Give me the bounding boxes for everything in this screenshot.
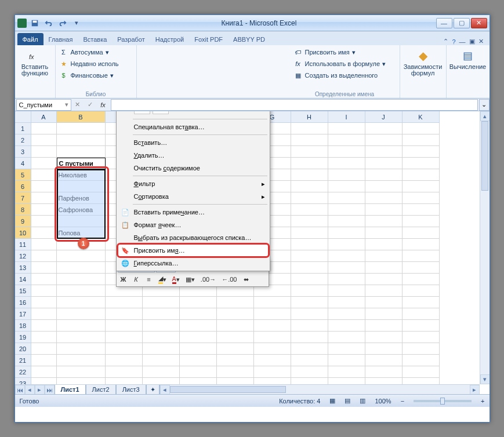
row-header-6[interactable]: 6 [15,181,31,192]
ctx-comment[interactable]: 📄Вставить примечание… [118,206,269,218]
paste-option-2[interactable] [153,111,169,114]
zoom-thumb[interactable] [440,398,445,405]
sheet-nav-prev[interactable]: ◂ [25,385,35,394]
col-header-H[interactable]: H [291,111,328,123]
sheet-nav-next[interactable]: ▸ [35,385,45,394]
cell-B5[interactable]: Николаев [57,169,106,181]
col-header-I[interactable]: I [328,111,365,123]
view-pagebreak-button[interactable]: ▥ [360,397,365,405]
row-header-9[interactable]: 9 [15,216,31,227]
cell-B7[interactable]: Парфенов [57,192,106,204]
save-button[interactable] [29,17,41,29]
row-header-19[interactable]: 19 [15,332,31,343]
insert-function-button[interactable]: fx Вставить функцию [19,46,52,79]
row-header-16[interactable]: 16 [15,297,31,308]
define-name-button[interactable]: 🏷Присвоить имя ▾ [293,46,396,58]
minimize-button[interactable]: — [436,18,452,28]
scroll-right-button[interactable]: ▸ [470,385,480,394]
sheet-nav-first[interactable]: ⏮ [15,385,25,394]
financial-button[interactable]: $Финансовые ▾ [59,70,133,81]
hscroll-thumb[interactable] [170,386,286,393]
row-header-4[interactable]: 4 [15,158,31,169]
row-header-15[interactable]: 15 [15,285,31,297]
view-layout-button[interactable]: ▤ [345,397,350,405]
row-header-13[interactable]: 13 [15,262,31,274]
zoom-level[interactable]: 100% [375,398,391,405]
chevron-down-icon[interactable]: ▾ [65,101,68,108]
expand-formula-bar[interactable]: ⌄ [479,99,490,111]
ctx-insert[interactable]: Вставить… [118,136,269,149]
tab-file[interactable]: Файл [17,33,43,45]
tab-foxit[interactable]: Foxit PDF [189,33,228,45]
tab-home[interactable]: Главная [43,33,78,45]
paste-option-1[interactable] [134,111,150,114]
new-sheet-button[interactable]: ✦ [146,385,159,394]
row-header-1[interactable]: 1 [15,123,31,134]
ctx-hyperlink[interactable]: 🌐Гиперссылка… [118,257,269,270]
underline-toggle[interactable]: ≡ [143,274,155,285]
doc-close-button[interactable]: ✕ [478,38,484,45]
vertical-scrollbar[interactable]: ▴ ▾ [480,111,490,384]
borders-button[interactable]: ▦▾ [183,274,197,285]
increase-decimal-button[interactable]: .00→ [198,274,218,285]
col-header-K[interactable]: K [403,111,440,123]
sheet-tab-1[interactable]: Лист1 [55,385,86,394]
redo-button[interactable] [57,17,68,29]
font-color-button[interactable]: A▾ [170,274,182,285]
row-header-3[interactable]: 3 [15,146,31,158]
italic-button[interactable]: К [130,274,142,285]
ctx-define-name[interactable]: 🔖Присвоить имя… [118,244,269,257]
doc-restore-button[interactable]: ▣ [469,38,475,45]
row-header-22[interactable]: 22 [15,366,31,378]
ctx-sort[interactable]: Сортировка▸ [118,190,269,203]
recent-functions-button[interactable]: ★Недавно исполь [59,58,133,70]
formula-bar[interactable] [111,99,478,111]
row-header-20[interactable]: 20 [15,343,31,355]
decrease-decimal-button[interactable]: ←.00 [219,274,239,285]
row-header-2[interactable]: 2 [15,134,31,146]
row-header-17[interactable]: 17 [15,308,31,320]
tab-dev[interactable]: Разработ [112,33,150,45]
ctx-filter[interactable]: Фильтр▸ [118,177,269,190]
close-button[interactable]: ✕ [471,18,487,28]
use-in-formula-button[interactable]: fxИспользовать в формуле ▾ [293,58,396,70]
fill-color-button[interactable]: ◢▾ [156,274,169,285]
tab-abbyy[interactable]: ABBYY PD [228,33,270,45]
autosum-button[interactable]: ΣАвтосумма ▾ [59,46,133,58]
view-normal-button[interactable]: ▦ [329,397,335,405]
calculation-button[interactable]: ▤ Вычисление [450,46,486,72]
scroll-left-button[interactable]: ◂ [160,385,170,394]
ctx-delete[interactable]: Удалить… [118,149,269,162]
ribbon-minimize-icon[interactable]: ⌃ [443,38,448,45]
col-header-B[interactable]: B [57,111,106,123]
cell-B8[interactable]: Сафронова [57,204,106,216]
doc-minimize-button[interactable]: — [459,38,466,45]
zoom-out-button[interactable]: − [401,398,404,405]
row-header-5[interactable]: 5 [15,169,31,181]
maximize-button[interactable]: ▢ [454,18,470,28]
bold-button[interactable]: Ж [118,274,129,285]
scroll-down-button[interactable]: ▾ [480,374,490,384]
ctx-clear[interactable]: Очистить содержимое [118,162,269,174]
col-header-A[interactable]: A [31,111,57,123]
zoom-in-button[interactable]: + [481,398,484,405]
undo-button[interactable] [43,17,55,29]
zoom-slider[interactable] [414,400,472,402]
sheet-tab-3[interactable]: Лист3 [116,385,146,394]
create-from-selection-button[interactable]: ▦Создать из выделенного [293,70,396,81]
cell-B10[interactable]: Попова [57,227,106,239]
row-header-18[interactable]: 18 [15,320,31,332]
qat-customize[interactable]: ▾ [71,17,82,29]
sheet-nav-last[interactable]: ⏭ [45,385,55,394]
row-header-11[interactable]: 11 [15,239,31,250]
vscroll-thumb[interactable] [481,121,488,191]
row-header-12[interactable]: 12 [15,250,31,262]
tab-insert[interactable]: Вставка [78,33,112,45]
select-all-corner[interactable] [15,111,31,123]
help-icon[interactable]: ? [452,38,455,45]
ctx-format-cells[interactable]: 📋Формат ячеек… [118,218,269,231]
col-header-J[interactable]: J [365,111,403,123]
name-box[interactable]: С_пустыми▾ [16,99,71,111]
row-header-10[interactable]: 10 [15,227,31,239]
tab-addins[interactable]: Надстрой [150,33,189,45]
